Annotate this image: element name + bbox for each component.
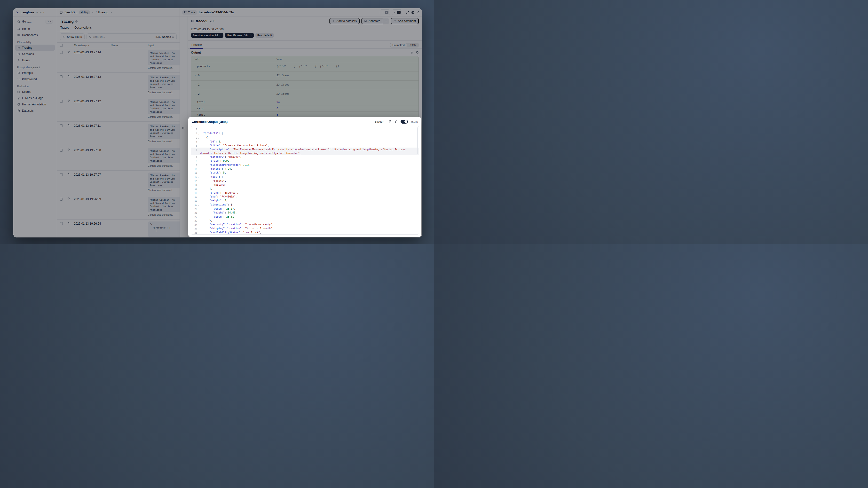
- line-number: 24: [191, 223, 197, 226]
- code-line: 21 "height": 14.43,: [191, 211, 419, 215]
- code-content: "brand": "Essence",: [200, 191, 419, 195]
- code-line: 23 },: [191, 219, 419, 223]
- fold-spacer: [197, 167, 200, 171]
- fold-icon[interactable]: ⌄: [197, 136, 200, 140]
- line-number: 8: [191, 159, 197, 163]
- code-line: 20 "width": 23.17,: [191, 207, 419, 211]
- fold-spacer: [197, 226, 200, 231]
- fold-spacer: [197, 179, 200, 183]
- line-number: 17: [191, 195, 197, 199]
- code-content: "dimensions": {: [200, 203, 419, 207]
- line-number: 12: [191, 175, 197, 179]
- line-number: 26: [191, 231, 197, 235]
- line-number: 6: [191, 148, 197, 155]
- line-number: 22: [191, 215, 197, 219]
- fold-spacer: [197, 159, 200, 163]
- code-content: "weight": 2,: [200, 199, 419, 203]
- code-content: "shippingInformation": "Ships in 1 month…: [200, 226, 419, 231]
- line-number: 21: [191, 211, 197, 215]
- fold-icon[interactable]: ⌄: [197, 175, 200, 179]
- line-number: 1: [191, 127, 197, 131]
- line-number: 14: [191, 183, 197, 187]
- code-content: {: [200, 136, 419, 140]
- editor-scrollbar[interactable]: [417, 127, 418, 154]
- code-content: "sku": "RCH45Q1A",: [200, 195, 419, 199]
- fold-spacer: [197, 163, 200, 167]
- line-number: 16: [191, 191, 197, 195]
- line-number: 10: [191, 167, 197, 171]
- line-number: 18: [191, 199, 197, 203]
- code-line: 26 "availabilityStatus": "Low Stock",: [191, 231, 419, 235]
- code-content: {: [200, 127, 419, 131]
- code-content: "description": "The Essence Mascara Lash…: [200, 148, 419, 155]
- fold-spacer: [197, 191, 200, 195]
- code-content: "beauty",: [200, 179, 419, 183]
- code-line: 13 "beauty",: [191, 179, 419, 183]
- fold-spacer: [197, 219, 200, 223]
- code-content: "id": 1,: [200, 140, 419, 144]
- code-line: 10 "rating": 4.94,: [191, 167, 419, 171]
- fold-spacer: [197, 140, 200, 144]
- line-number: 3: [191, 136, 197, 140]
- trash-icon[interactable]: [395, 120, 398, 123]
- code-content: "depth": 28.01: [200, 215, 419, 219]
- json-toggle-label: JSON: [410, 120, 418, 123]
- corrected-output-title: Corrected Output (Beta): [192, 120, 227, 124]
- fold-spacer: [197, 211, 200, 215]
- line-number: 15: [191, 187, 197, 191]
- fold-spacer: [197, 199, 200, 203]
- code-content: "category": "beauty",: [200, 155, 419, 159]
- code-line: 8 "price": 9.99,: [191, 159, 419, 163]
- code-line: 17 "sku": "RCH45Q1A",: [191, 195, 419, 199]
- line-number: 7: [191, 155, 197, 159]
- line-number: 4: [191, 140, 197, 144]
- code-content: "rating": 4.94,: [200, 167, 419, 171]
- line-number: 13: [191, 179, 197, 183]
- code-content: "discountPercentage": 7.17,: [200, 163, 419, 167]
- fold-spacer: [197, 223, 200, 226]
- json-editor[interactable]: 1⌄{2⌄ "products": [3⌄ {4 "id": 1,5 "titl…: [191, 126, 419, 235]
- fold-spacer: [197, 171, 200, 175]
- line-number: 11: [191, 171, 197, 175]
- corrected-output-panel: Corrected Output (Beta) Saved JSON 1⌄{2⌄…: [188, 117, 422, 237]
- code-content: "height": 14.43,: [200, 211, 419, 215]
- code-line: 7 "category": "beauty",: [191, 155, 419, 159]
- fold-spacer: [197, 144, 200, 148]
- line-number: 2: [191, 131, 197, 135]
- code-line: 16 "brand": "Essence",: [191, 191, 419, 195]
- fold-spacer: [197, 195, 200, 199]
- code-line: 19⌄ "dimensions": {: [191, 203, 419, 207]
- code-content: "price": 9.99,: [200, 159, 419, 163]
- fold-spacer: [197, 231, 200, 235]
- line-number: 20: [191, 207, 197, 211]
- code-line: 25 "shippingInformation": "Ships in 1 mo…: [191, 226, 419, 231]
- code-line: 4 "id": 1,: [191, 140, 419, 144]
- fold-icon[interactable]: ⌄: [197, 127, 200, 131]
- line-number: 25: [191, 226, 197, 231]
- app-window: Langfuse v3.146.0 Go to... ⌘ K HomeDashb…: [13, 8, 422, 238]
- line-number: 5: [191, 144, 197, 148]
- fold-icon[interactable]: ⌄: [197, 131, 200, 135]
- line-number: 23: [191, 219, 197, 223]
- fold-spacer: [197, 148, 200, 155]
- fold-spacer: [197, 207, 200, 211]
- fold-spacer: [197, 215, 200, 219]
- line-number: 19: [191, 203, 197, 207]
- code-line: 24 "warrantyInformation": "1 month warra…: [191, 223, 419, 226]
- code-content: "tags": [: [200, 175, 419, 179]
- code-line: 12⌄ "tags": [: [191, 175, 419, 179]
- json-toggle[interactable]: [401, 120, 408, 124]
- fold-icon[interactable]: ⌄: [197, 203, 200, 207]
- code-content: "products": [: [200, 131, 419, 135]
- code-line: 22 "depth": 28.01: [191, 215, 419, 219]
- code-line: 11 "stock": 5,: [191, 171, 419, 175]
- code-content: "availabilityStatus": "Low Stock",: [200, 231, 419, 235]
- code-line: 14 "mascara": [191, 183, 419, 187]
- line-number: 9: [191, 163, 197, 167]
- code-content: },: [200, 219, 419, 223]
- file-diff-icon[interactable]: [389, 120, 392, 123]
- code-content: ],: [200, 187, 419, 191]
- code-content: "stock": 5,: [200, 171, 419, 175]
- code-line: 15 ],: [191, 187, 419, 191]
- check-icon: [383, 120, 386, 123]
